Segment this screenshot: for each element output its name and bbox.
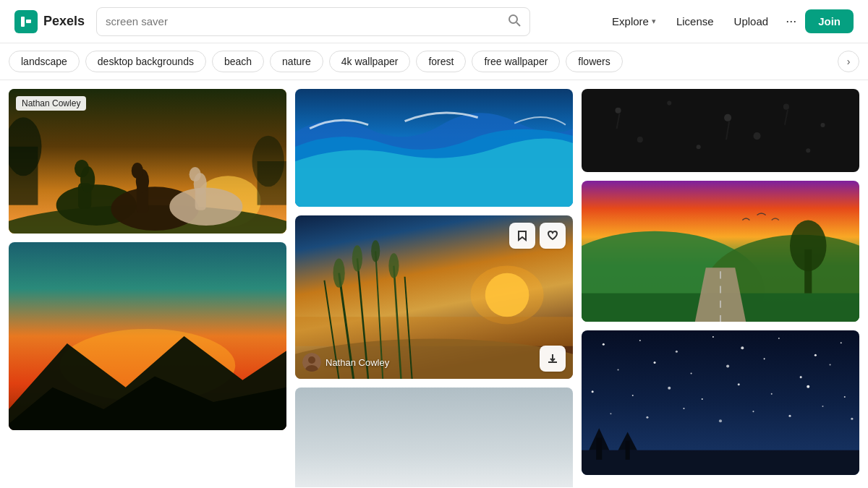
search-input[interactable] — [106, 15, 508, 27]
nav-license[interactable]: License — [668, 9, 723, 33]
bookmark-button[interactable] — [509, 223, 535, 249]
svg-point-53 — [637, 137, 643, 142]
svg-point-51 — [783, 104, 789, 110]
svg-rect-46 — [295, 388, 573, 487]
svg-point-95 — [719, 419, 722, 422]
join-button[interactable]: Join — [805, 9, 854, 33]
svg-point-70 — [639, 340, 641, 341]
svg-point-10 — [75, 160, 89, 177]
svg-point-90 — [807, 385, 809, 388]
svg-point-52 — [820, 123, 825, 127]
nav-upload[interactable]: Upload — [726, 9, 778, 33]
svg-point-80 — [726, 364, 729, 367]
tag-4k-wallpaper[interactable]: 4k wallpaper — [329, 51, 411, 72]
svg-point-87 — [702, 398, 703, 400]
photo-card-beach-grass[interactable]: Nathan Cowley — [295, 215, 573, 379]
svg-point-69 — [603, 343, 605, 346]
svg-point-30 — [471, 266, 544, 325]
search-bar[interactable] — [96, 7, 530, 36]
svg-point-99 — [851, 418, 853, 420]
logo-area[interactable]: Pexels — [14, 10, 85, 33]
svg-point-55 — [753, 132, 760, 140]
svg-point-56 — [806, 148, 810, 153]
svg-point-48 — [615, 108, 621, 114]
photo-col-1: Nathan Cowley — [9, 89, 286, 479]
photo-card-grey-sky[interactable] — [295, 388, 573, 487]
svg-point-54 — [697, 145, 701, 149]
svg-point-96 — [752, 411, 754, 412]
svg-point-97 — [788, 415, 791, 417]
svg-point-78 — [654, 361, 656, 364]
svg-point-84 — [592, 390, 594, 393]
beach-grass-author: Nathan Cowley — [302, 353, 389, 372]
tags-scroll-right[interactable]: › — [838, 51, 859, 72]
svg-point-83 — [830, 364, 831, 365]
svg-point-22 — [252, 136, 284, 187]
svg-rect-0 — [21, 17, 25, 27]
tag-forest[interactable]: forest — [416, 51, 466, 72]
nav-links: Explore ▾ License Upload ··· Join — [603, 8, 854, 35]
photo-col-2: Nathan Cowley — [295, 89, 573, 479]
photo-card-stars[interactable] — [582, 330, 859, 475]
svg-point-39 — [333, 258, 345, 287]
svg-point-76 — [841, 342, 842, 343]
svg-point-92 — [610, 413, 611, 414]
svg-point-89 — [771, 393, 773, 395]
author-name: Nathan Cowley — [326, 357, 389, 368]
chevron-down-icon: ▾ — [652, 17, 656, 26]
svg-rect-1 — [26, 20, 31, 23]
svg-point-77 — [618, 369, 619, 371]
svg-point-73 — [741, 346, 744, 349]
svg-point-94 — [683, 408, 684, 409]
photo-author-label-horses: Nathan Cowley — [16, 96, 86, 111]
tag-landscape[interactable]: landscape — [9, 51, 80, 72]
svg-point-88 — [738, 383, 740, 385]
tag-flowers[interactable]: flowers — [566, 51, 622, 72]
tag-nature[interactable]: nature — [270, 51, 323, 72]
svg-point-86 — [668, 387, 671, 390]
svg-point-72 — [712, 336, 714, 338]
svg-point-49 — [667, 101, 671, 106]
svg-point-14 — [132, 163, 143, 179]
author-avatar-nathan — [302, 353, 321, 372]
heart-button[interactable] — [540, 223, 566, 249]
svg-point-41 — [371, 240, 380, 262]
photo-col-3 — [582, 89, 859, 479]
svg-point-75 — [814, 354, 817, 356]
photo-card-horses[interactable]: Nathan Cowley — [9, 89, 286, 234]
svg-point-50 — [724, 114, 731, 121]
logo-text: Pexels — [43, 14, 85, 29]
tag-beach[interactable]: beach — [212, 51, 264, 72]
photo-card-dark-rain[interactable] — [582, 89, 859, 172]
search-icon — [508, 14, 521, 30]
photo-card-sunset[interactable] — [9, 242, 286, 430]
photo-card-road[interactable] — [582, 181, 859, 322]
header: Pexels Explore ▾ License Upload ··· Join — [0, 0, 868, 43]
svg-rect-100 — [582, 450, 859, 475]
svg-point-79 — [691, 373, 692, 374]
svg-point-93 — [646, 416, 648, 419]
svg-point-91 — [844, 396, 846, 398]
svg-point-67 — [790, 221, 827, 272]
photo-card-ocean[interactable] — [295, 89, 573, 207]
beach-grass-actions — [509, 223, 566, 249]
tag-desktop-backgrounds[interactable]: desktop backgrounds — [85, 51, 206, 72]
svg-point-40 — [352, 245, 362, 271]
svg-line-3 — [516, 22, 520, 26]
svg-point-44 — [308, 356, 315, 364]
svg-point-98 — [822, 406, 823, 407]
pexels-logo-icon — [14, 10, 38, 33]
tags-bar: landscape desktop backgrounds beach natu… — [0, 43, 868, 80]
download-button[interactable] — [540, 346, 566, 372]
nav-more-icon[interactable]: ··· — [780, 8, 802, 35]
svg-point-81 — [764, 358, 765, 359]
svg-point-18 — [190, 167, 201, 181]
svg-point-71 — [676, 351, 678, 353]
svg-point-2 — [509, 15, 517, 23]
nav-explore[interactable]: Explore ▾ — [603, 9, 665, 33]
svg-point-42 — [388, 253, 399, 278]
photo-grid: Nathan Cowley — [0, 80, 868, 487]
svg-point-85 — [632, 395, 634, 396]
svg-rect-47 — [582, 89, 859, 172]
tag-free-wallpaper[interactable]: free wallpaper — [472, 51, 560, 72]
